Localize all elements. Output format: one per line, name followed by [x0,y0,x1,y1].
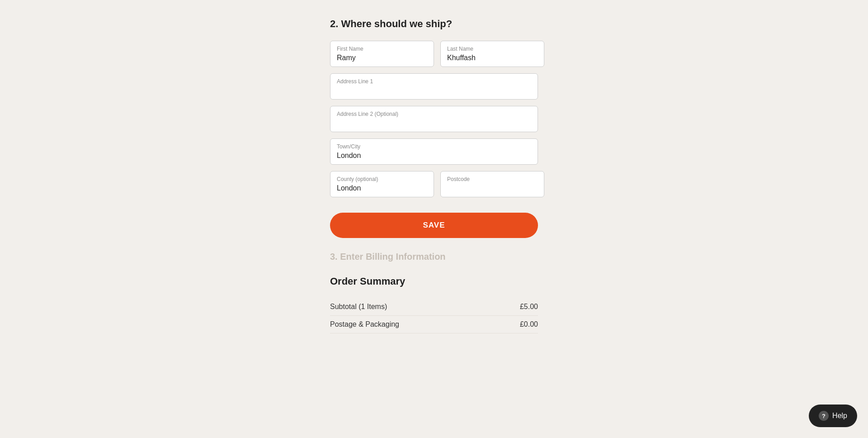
address-line-2-group: Address Line 2 (Optional) [330,106,538,132]
county-postcode-row: County (optional) Postcode [330,171,538,197]
order-summary-row-value: £0.00 [520,320,538,328]
postcode-group: Postcode [440,171,544,197]
address-line-2-input[interactable] [337,119,531,127]
town-city-group: Town/City [330,138,538,165]
first-name-group: First Name [330,41,434,67]
order-summary-title: Order Summary [330,276,538,287]
shipping-section-title: 2. Where should we ship? [330,18,538,30]
county-label: County (optional) [337,176,427,182]
address-line-1-label: Address Line 1 [337,78,531,85]
postcode-input[interactable] [447,184,538,192]
town-city-label: Town/City [337,143,531,150]
order-summary-row: Subtotal (1 Items) £5.00 [330,298,538,316]
last-name-input[interactable] [447,54,538,62]
first-name-input[interactable] [337,54,427,62]
last-name-group: Last Name [440,41,544,67]
save-button[interactable]: SAVE [330,213,538,238]
billing-section-title: 3. Enter Billing Information [330,252,538,262]
postcode-label: Postcode [447,176,538,182]
last-name-label: Last Name [447,46,538,52]
town-city-input[interactable] [337,152,531,160]
first-name-label: First Name [337,46,427,52]
help-button-label: Help [832,412,847,420]
order-summary-row: Postage & Packaging £0.00 [330,316,538,333]
order-summary-rows: Subtotal (1 Items) £5.00 Postage & Packa… [330,298,538,333]
order-summary-row-value: £5.00 [520,303,538,311]
address-line-1-input[interactable] [337,86,531,95]
order-summary-row-label: Postage & Packaging [330,320,399,328]
address-line-2-label: Address Line 2 (Optional) [337,111,531,117]
order-summary-row-label: Subtotal (1 Items) [330,303,387,311]
county-group: County (optional) [330,171,434,197]
name-row: First Name Last Name [330,41,538,67]
help-button[interactable]: ? Help [809,405,857,427]
address-line-1-group: Address Line 1 [330,73,538,100]
help-icon: ? [819,411,829,421]
county-input[interactable] [337,184,427,192]
